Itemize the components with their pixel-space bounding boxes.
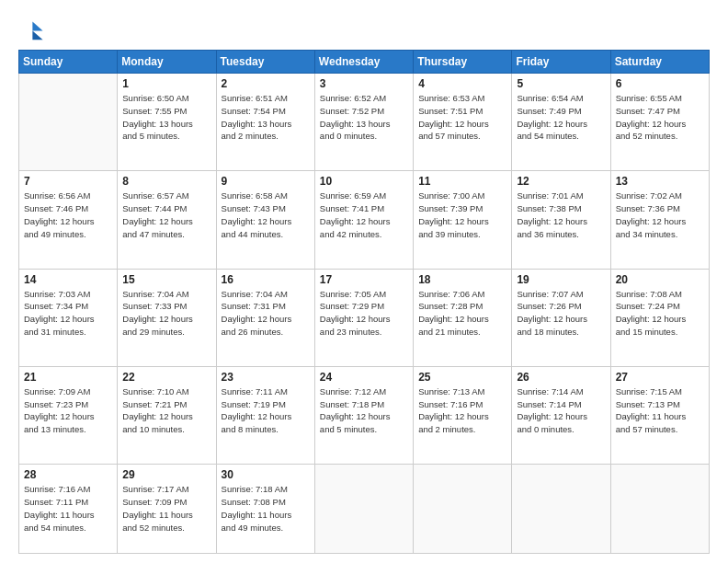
calendar-cell: 30Sunrise: 7:18 AM Sunset: 7:08 PM Dayli… (216, 465, 314, 554)
calendar-cell: 25Sunrise: 7:13 AM Sunset: 7:16 PM Dayli… (414, 366, 512, 464)
day-info: Sunrise: 7:16 AM Sunset: 7:11 PM Dayligh… (24, 483, 112, 534)
day-info: Sunrise: 6:52 AM Sunset: 7:52 PM Dayligh… (320, 92, 408, 143)
logo (18, 17, 48, 42)
day-number: 1 (122, 77, 210, 90)
calendar-cell (610, 465, 709, 554)
day-info: Sunrise: 7:03 AM Sunset: 7:34 PM Dayligh… (24, 288, 112, 339)
calendar-cell: 10Sunrise: 6:59 AM Sunset: 7:41 PM Dayli… (314, 171, 413, 269)
calendar-cell (512, 465, 610, 554)
day-number: 21 (24, 371, 112, 384)
day-info: Sunrise: 6:55 AM Sunset: 7:47 PM Dayligh… (616, 92, 704, 143)
day-number: 2 (222, 77, 310, 90)
calendar-cell: 2Sunrise: 6:51 AM Sunset: 7:54 PM Daylig… (216, 74, 314, 171)
day-info: Sunrise: 7:08 AM Sunset: 7:24 PM Dayligh… (616, 288, 704, 339)
calendar-week-5: 28Sunrise: 7:16 AM Sunset: 7:11 PM Dayli… (19, 465, 710, 554)
calendar-cell (19, 74, 118, 171)
calendar-cell: 13Sunrise: 7:02 AM Sunset: 7:36 PM Dayli… (610, 171, 709, 269)
day-number: 27 (616, 371, 704, 384)
day-number: 19 (517, 273, 605, 286)
calendar-cell: 26Sunrise: 7:14 AM Sunset: 7:14 PM Dayli… (512, 366, 610, 464)
calendar-week-3: 14Sunrise: 7:03 AM Sunset: 7:34 PM Dayli… (19, 269, 710, 366)
calendar-cell: 16Sunrise: 7:04 AM Sunset: 7:31 PM Dayli… (216, 269, 314, 366)
day-info: Sunrise: 7:10 AM Sunset: 7:21 PM Dayligh… (122, 385, 210, 436)
day-info: Sunrise: 6:57 AM Sunset: 7:44 PM Dayligh… (122, 190, 210, 240)
calendar-table: SundayMondayTuesdayWednesdayThursdayFrid… (18, 50, 710, 554)
logo-icon (18, 17, 44, 42)
day-number: 30 (222, 468, 310, 481)
calendar-cell: 7Sunrise: 6:56 AM Sunset: 7:46 PM Daylig… (19, 171, 118, 269)
day-info: Sunrise: 7:15 AM Sunset: 7:13 PM Dayligh… (616, 385, 704, 436)
day-number: 6 (616, 77, 704, 90)
day-info: Sunrise: 7:09 AM Sunset: 7:23 PM Dayligh… (24, 385, 112, 436)
day-info: Sunrise: 7:11 AM Sunset: 7:19 PM Dayligh… (222, 385, 310, 436)
calendar-cell: 21Sunrise: 7:09 AM Sunset: 7:23 PM Dayli… (19, 366, 118, 464)
day-info: Sunrise: 6:51 AM Sunset: 7:54 PM Dayligh… (222, 92, 310, 143)
calendar-cell: 22Sunrise: 7:10 AM Sunset: 7:21 PM Dayli… (118, 366, 216, 464)
svg-marker-0 (32, 22, 42, 31)
day-info: Sunrise: 7:04 AM Sunset: 7:33 PM Dayligh… (122, 288, 210, 339)
calendar-week-2: 7Sunrise: 6:56 AM Sunset: 7:46 PM Daylig… (19, 171, 710, 269)
day-info: Sunrise: 7:14 AM Sunset: 7:14 PM Dayligh… (517, 385, 605, 436)
calendar-cell: 23Sunrise: 7:11 AM Sunset: 7:19 PM Dayli… (216, 366, 314, 464)
svg-marker-1 (32, 30, 42, 40)
calendar-cell: 24Sunrise: 7:12 AM Sunset: 7:18 PM Dayli… (314, 366, 413, 464)
day-info: Sunrise: 7:05 AM Sunset: 7:29 PM Dayligh… (320, 288, 408, 339)
day-number: 10 (320, 175, 408, 188)
day-number: 11 (418, 175, 506, 188)
day-number: 29 (122, 468, 210, 481)
day-number: 8 (122, 175, 210, 188)
calendar-cell: 20Sunrise: 7:08 AM Sunset: 7:24 PM Dayli… (610, 269, 709, 366)
day-number: 22 (122, 371, 210, 384)
day-number: 24 (320, 371, 408, 384)
day-info: Sunrise: 6:50 AM Sunset: 7:55 PM Dayligh… (122, 92, 210, 143)
day-number: 16 (222, 273, 310, 286)
day-number: 12 (517, 175, 605, 188)
day-info: Sunrise: 6:53 AM Sunset: 7:51 PM Dayligh… (418, 92, 506, 143)
calendar-cell: 4Sunrise: 6:53 AM Sunset: 7:51 PM Daylig… (414, 74, 512, 171)
calendar-cell: 29Sunrise: 7:17 AM Sunset: 7:09 PM Dayli… (118, 465, 216, 554)
calendar-cell: 12Sunrise: 7:01 AM Sunset: 7:38 PM Dayli… (512, 171, 610, 269)
day-number: 4 (418, 77, 506, 90)
calendar-cell: 6Sunrise: 6:55 AM Sunset: 7:47 PM Daylig… (610, 74, 709, 171)
day-info: Sunrise: 6:58 AM Sunset: 7:43 PM Dayligh… (222, 190, 310, 240)
day-info: Sunrise: 7:12 AM Sunset: 7:18 PM Dayligh… (320, 385, 408, 436)
calendar-cell: 1Sunrise: 6:50 AM Sunset: 7:55 PM Daylig… (118, 74, 216, 171)
day-number: 26 (517, 371, 605, 384)
day-number: 14 (24, 273, 112, 286)
day-number: 28 (24, 468, 112, 481)
calendar-cell (414, 465, 512, 554)
calendar-cell (314, 465, 413, 554)
day-info: Sunrise: 6:54 AM Sunset: 7:49 PM Dayligh… (517, 92, 605, 143)
calendar-cell: 5Sunrise: 6:54 AM Sunset: 7:49 PM Daylig… (512, 74, 610, 171)
calendar-cell: 9Sunrise: 6:58 AM Sunset: 7:43 PM Daylig… (216, 171, 314, 269)
day-info: Sunrise: 7:07 AM Sunset: 7:26 PM Dayligh… (517, 288, 605, 339)
day-number: 3 (320, 77, 408, 90)
calendar-cell: 14Sunrise: 7:03 AM Sunset: 7:34 PM Dayli… (19, 269, 118, 366)
day-info: Sunrise: 7:04 AM Sunset: 7:31 PM Dayligh… (222, 288, 310, 339)
day-info: Sunrise: 7:00 AM Sunset: 7:39 PM Dayligh… (418, 190, 506, 240)
weekday-header-monday: Monday (118, 51, 216, 74)
day-number: 23 (222, 371, 310, 384)
day-info: Sunrise: 6:56 AM Sunset: 7:46 PM Dayligh… (24, 190, 112, 240)
weekday-header-wednesday: Wednesday (314, 51, 413, 74)
day-info: Sunrise: 7:17 AM Sunset: 7:09 PM Dayligh… (122, 483, 210, 534)
header (18, 17, 710, 42)
calendar-cell: 27Sunrise: 7:15 AM Sunset: 7:13 PM Dayli… (610, 366, 709, 464)
calendar-cell: 19Sunrise: 7:07 AM Sunset: 7:26 PM Dayli… (512, 269, 610, 366)
day-number: 5 (517, 77, 605, 90)
calendar-cell: 11Sunrise: 7:00 AM Sunset: 7:39 PM Dayli… (414, 171, 512, 269)
day-number: 7 (24, 175, 112, 188)
weekday-header-saturday: Saturday (610, 51, 709, 74)
calendar-cell: 8Sunrise: 6:57 AM Sunset: 7:44 PM Daylig… (118, 171, 216, 269)
day-info: Sunrise: 6:59 AM Sunset: 7:41 PM Dayligh… (320, 190, 408, 240)
day-number: 25 (418, 371, 506, 384)
day-info: Sunrise: 7:02 AM Sunset: 7:36 PM Dayligh… (616, 190, 704, 240)
day-number: 18 (418, 273, 506, 286)
day-info: Sunrise: 7:13 AM Sunset: 7:16 PM Dayligh… (418, 385, 506, 436)
day-number: 17 (320, 273, 408, 286)
calendar-cell: 17Sunrise: 7:05 AM Sunset: 7:29 PM Dayli… (314, 269, 413, 366)
weekday-header-row: SundayMondayTuesdayWednesdayThursdayFrid… (19, 51, 710, 74)
calendar-cell: 3Sunrise: 6:52 AM Sunset: 7:52 PM Daylig… (314, 74, 413, 171)
weekday-header-tuesday: Tuesday (216, 51, 314, 74)
day-number: 20 (616, 273, 704, 286)
